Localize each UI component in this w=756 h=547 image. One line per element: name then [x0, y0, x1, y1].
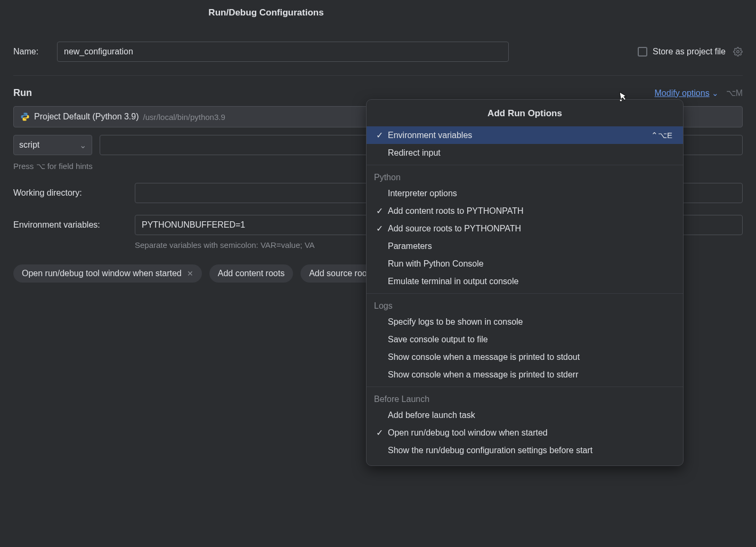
popup-item-label: Environment variables — [388, 131, 651, 140]
store-label: Store as project file — [653, 47, 726, 57]
working-dir-label: Working directory: — [13, 188, 135, 198]
popup-item[interactable]: ✓Open run/debug tool window when started — [367, 424, 683, 441]
popup-item-label: Emulate terminal in output console — [388, 277, 672, 286]
check-icon: ✓ — [376, 206, 388, 216]
check-icon: ✓ — [376, 130, 388, 140]
check-icon: ✓ — [376, 428, 388, 438]
chevron-down-icon: ⌄ — [712, 89, 719, 98]
tag-label: Open run/debug tool window when started — [22, 269, 182, 278]
popup-section-before: Before Launch — [367, 387, 683, 406]
popup-item-label: Show the run/debug configuration setting… — [388, 446, 672, 455]
tag-label: Add content roots — [218, 269, 284, 278]
popup-item-label: Specify logs to be shown in console — [388, 317, 672, 327]
popup-item[interactable]: ✓Add before launch task — [367, 406, 683, 424]
tag-open-tool-window: Open run/debug tool window when started … — [13, 264, 202, 283]
popup-item-shortcut: ⌃⌥E — [651, 131, 672, 140]
popup-item-label: Save console output to file — [388, 335, 672, 344]
popup-title: Add Run Options — [367, 103, 683, 126]
popup-item[interactable]: ✓Environment variables⌃⌥E — [367, 126, 683, 144]
store-checkbox[interactable] — [638, 47, 647, 57]
popup-item[interactable]: ✓Run with Python Console — [367, 255, 683, 272]
script-type-value: script — [19, 140, 39, 150]
popup-item-label: Redirect input — [388, 148, 672, 158]
chevron-down-icon: ⌄ — [79, 140, 86, 150]
name-label: Name: — [13, 47, 46, 57]
popup-section-python: Python — [367, 165, 683, 184]
popup-item-label: Add content roots to PYTHONPATH — [388, 206, 672, 216]
popup-item[interactable]: ✓Save console output to file — [367, 331, 683, 348]
dialog-title: Run/Debug Configurations — [0, 0, 756, 26]
popup-item-label: Parameters — [388, 242, 672, 251]
python-icon — [20, 112, 30, 122]
popup-item[interactable]: ✓Add content roots to PYTHONPATH — [367, 202, 683, 220]
popup-item[interactable]: ✓Emulate terminal in output console — [367, 272, 683, 290]
name-input[interactable] — [57, 42, 509, 62]
popup-item[interactable]: ✓Redirect input — [367, 144, 683, 162]
tag-content-roots: Add content roots — [209, 264, 293, 283]
gear-icon[interactable] — [733, 47, 743, 57]
popup-item-label: Show console when a message is printed t… — [388, 370, 672, 380]
popup-item[interactable]: ✓Interpreter options — [367, 184, 683, 202]
popup-item[interactable]: ✓Show the run/debug configuration settin… — [367, 441, 683, 459]
popup-item-label: Open run/debug tool window when started — [388, 428, 672, 438]
popup-item[interactable]: ✓Add source roots to PYTHONPATH — [367, 220, 683, 237]
popup-item[interactable]: ✓Show console when a message is printed … — [367, 366, 683, 383]
check-icon: ✓ — [376, 223, 388, 234]
interpreter-name: Project Default (Python 3.9) — [34, 112, 139, 122]
popup-item[interactable]: ✓Show console when a message is printed … — [367, 348, 683, 366]
popup-item[interactable]: ✓Parameters — [367, 237, 683, 255]
popup-item-label: Add before launch task — [388, 411, 672, 420]
script-type-select[interactable]: script ⌄ — [13, 135, 92, 155]
add-run-options-popup: Add Run Options ✓Environment variables⌃⌥… — [366, 99, 684, 466]
popup-item[interactable]: ✓Specify logs to be shown in console — [367, 313, 683, 331]
run-section-label: Run — [13, 87, 32, 99]
popup-item-label: Add source roots to PYTHONPATH — [388, 224, 672, 234]
popup-item-label: Show console when a message is printed t… — [388, 352, 672, 362]
popup-section-logs: Logs — [367, 293, 683, 313]
modify-shortcut: ⌥M — [726, 88, 743, 98]
popup-item-label: Run with Python Console — [388, 259, 672, 269]
popup-item-label: Interpreter options — [388, 189, 672, 198]
modify-options-link[interactable]: Modify options — [655, 89, 710, 98]
interpreter-path: /usr/local/bin/python3.9 — [143, 112, 225, 122]
env-vars-label: Environment variables: — [13, 220, 135, 230]
close-icon[interactable]: ✕ — [187, 269, 193, 278]
svg-point-0 — [737, 51, 739, 53]
